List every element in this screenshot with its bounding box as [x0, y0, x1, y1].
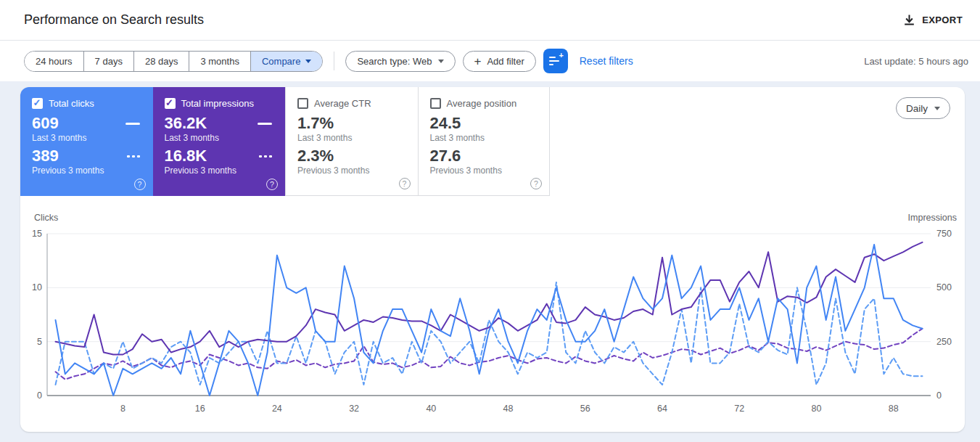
svg-text:88: 88 — [889, 404, 899, 414]
dotted-line-indicator — [259, 155, 272, 157]
svg-text:64: 64 — [657, 404, 667, 414]
metric-tile-total-clicks[interactable]: Total clicks 609 Last 3 months 389 Previ… — [20, 87, 153, 196]
svg-text:16: 16 — [195, 404, 205, 414]
svg-text:8: 8 — [120, 404, 125, 414]
tab-7-days[interactable]: 7 days — [84, 52, 134, 71]
svg-text:15: 15 — [32, 229, 42, 239]
tab-28-days[interactable]: 28 days — [134, 52, 190, 71]
performance-line-chart[interactable]: 0052501050015750816243240485664728088 — [20, 210, 965, 428]
divider — [334, 52, 334, 70]
svg-text:48: 48 — [503, 404, 514, 414]
help-icon[interactable]: ? — [134, 179, 146, 190]
metric-value-last: 24.5 — [430, 115, 461, 132]
checkbox-checked-icon[interactable] — [165, 98, 176, 109]
svg-text:5: 5 — [37, 337, 42, 347]
svg-text:0: 0 — [37, 390, 42, 401]
metric-tile-average-position[interactable]: Average position 24.5 Last 3 months 27.6… — [418, 87, 551, 196]
checkbox-checked-icon[interactable] — [32, 98, 43, 109]
metric-caption-last: Last 3 months — [430, 133, 541, 143]
svg-text:80: 80 — [811, 404, 821, 414]
svg-text:250: 250 — [936, 337, 952, 347]
last-update-text: Last update: 5 hours ago — [864, 56, 968, 67]
metric-label: Total impressions — [181, 98, 254, 109]
svg-text:32: 32 — [349, 404, 359, 414]
dotted-line-indicator — [127, 155, 140, 157]
svg-text:0: 0 — [936, 390, 942, 401]
svg-text:24: 24 — [272, 404, 282, 414]
chevron-down-icon — [438, 60, 444, 63]
content-area: Total clicks 609 Last 3 months 389 Previ… — [0, 81, 980, 432]
svg-text:40: 40 — [426, 404, 436, 414]
topbar: Performance on Search results EXPORT — [0, 0, 980, 41]
checkbox-unchecked-icon[interactable] — [297, 98, 308, 109]
tab-24-hours[interactable]: 24 hours — [25, 52, 84, 71]
svg-text:56: 56 — [580, 404, 590, 414]
tab-compare[interactable]: Compare — [251, 52, 322, 71]
metric-caption-prev: Previous 3 months — [430, 165, 541, 176]
svg-text:750: 750 — [936, 229, 952, 239]
metric-caption-prev: Previous 3 months — [297, 165, 409, 176]
add-filter-button[interactable]: + Add filter — [463, 51, 536, 72]
metric-caption-last: Last 3 months — [32, 133, 144, 143]
metric-caption-prev: Previous 3 months — [165, 165, 277, 176]
metric-caption-last: Last 3 months — [297, 133, 409, 143]
tab-3-months[interactable]: 3 months — [189, 52, 250, 71]
performance-chart-card: Total clicks 609 Last 3 months 389 Previ… — [20, 87, 965, 432]
chevron-down-icon — [934, 107, 940, 110]
svg-text:500: 500 — [936, 282, 952, 292]
metric-label: Average CTR — [314, 98, 371, 109]
help-icon[interactable]: ? — [530, 178, 542, 189]
date-range-tabs: 24 hours 7 days 28 days 3 months Compare — [24, 51, 323, 72]
metric-caption-last: Last 3 months — [165, 133, 277, 143]
granularity-dropdown[interactable]: Daily — [896, 97, 950, 119]
metric-caption-prev: Previous 3 months — [32, 165, 144, 176]
metric-value-last: 36.2K — [165, 115, 207, 132]
svg-text:10: 10 — [32, 282, 42, 292]
svg-text:72: 72 — [734, 404, 744, 414]
filter-bar: 24 hours 7 days 28 days 3 months Compare… — [0, 41, 980, 81]
metric-tile-total-impressions[interactable]: Total impressions 36.2K Last 3 months 16… — [153, 87, 286, 196]
metric-value-prev: 16.8K — [165, 147, 207, 165]
metric-value-prev: 27.6 — [430, 147, 461, 165]
help-icon[interactable]: ? — [399, 178, 411, 189]
solid-line-indicator — [125, 123, 140, 125]
metric-value-prev: 389 — [32, 147, 59, 165]
metric-label: Total clicks — [49, 98, 94, 109]
page-title: Performance on Search results — [24, 12, 204, 28]
checkbox-unchecked-icon[interactable] — [430, 98, 441, 109]
metric-value-last: 1.7% — [297, 115, 334, 132]
metric-tile-average-ctr[interactable]: Average CTR 1.7% Last 3 months 2.3% Prev… — [285, 87, 418, 196]
export-button[interactable]: EXPORT — [897, 9, 970, 32]
export-label: EXPORT — [922, 15, 963, 25]
filter-settings-button[interactable]: + — [543, 49, 568, 73]
search-type-dropdown[interactable]: Search type: Web — [345, 51, 455, 72]
help-icon[interactable]: ? — [266, 179, 278, 190]
metric-label: Average position — [447, 98, 517, 109]
metric-value-prev: 2.3% — [297, 147, 334, 165]
plus-icon: + — [474, 55, 482, 67]
metric-value-last: 609 — [32, 115, 59, 132]
metric-tiles: Total clicks 609 Last 3 months 389 Previ… — [20, 87, 965, 196]
chevron-down-icon — [305, 60, 311, 63]
reset-filters-link[interactable]: Reset filters — [580, 55, 633, 67]
download-icon — [904, 15, 915, 26]
solid-line-indicator — [258, 123, 272, 125]
